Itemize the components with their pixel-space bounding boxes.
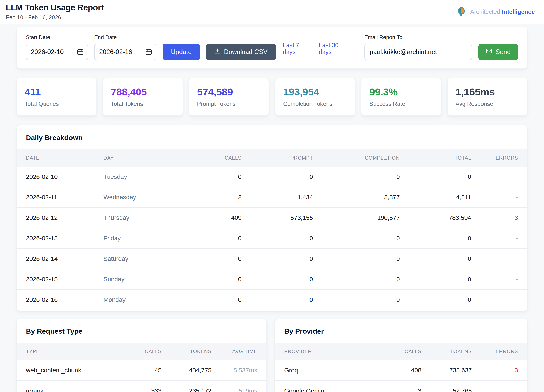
table-row: 2026-02-11Wednesday21,4343,3774,811-	[17, 187, 527, 208]
start-date-group: Start Date	[26, 34, 88, 60]
cell-errors: -	[476, 228, 527, 248]
stat-success-rate: 99.3% Success Rate	[361, 78, 441, 116]
table-row: rerank333235,172519ms	[17, 380, 266, 392]
cell-errors: -	[476, 269, 527, 289]
column-header: CALLS	[381, 343, 426, 360]
cell-completion: 0	[318, 248, 405, 269]
page-title: LLM Token Usage Report	[6, 3, 104, 12]
table-row: 2026-02-13Friday0000-	[17, 228, 527, 248]
column-header: TYPE	[17, 343, 122, 360]
email-report-label: Email Report To	[364, 34, 472, 40]
cell-day: Wednesday	[98, 187, 185, 208]
cell-completion: 3,377	[318, 187, 405, 208]
cell-completion: 0	[318, 269, 405, 289]
cell-type: rerank	[17, 380, 122, 392]
send-button[interactable]: Send	[478, 44, 518, 60]
calendar-icon[interactable]	[77, 48, 84, 56]
cell-day: Saturday	[98, 248, 185, 269]
cell-calls: 0	[185, 167, 247, 187]
calendar-icon[interactable]	[145, 48, 152, 56]
cell-completion: 0	[318, 289, 405, 310]
update-button[interactable]: Update	[163, 44, 200, 60]
column-header: PROVIDER	[275, 343, 381, 360]
cell-day: Tuesday	[98, 167, 185, 187]
brand-name-light: Architected	[470, 8, 500, 15]
stat-label: Completion Tokens	[283, 101, 347, 107]
table-row: Groq408735,6373	[275, 360, 527, 380]
cell-prompt: 1,434	[247, 187, 318, 208]
brand-name: ArchitectedIntelligence	[470, 8, 535, 15]
brand-name-bold: Intelligence	[502, 8, 535, 15]
cell-calls: 408	[381, 360, 426, 380]
cell-calls: 0	[185, 248, 247, 269]
stat-total-queries: 411 Total Queries	[17, 78, 96, 116]
brand: ArchitectedIntelligence	[457, 6, 536, 17]
stat-value: 1,165ms	[455, 86, 519, 98]
column-header: CALLS	[122, 343, 166, 360]
cell-total: 783,594	[405, 208, 476, 228]
cell-tokens: 735,637	[426, 360, 477, 380]
stat-total-tokens: 788,405 Total Tokens	[103, 78, 183, 116]
column-header: COMPLETION	[318, 149, 405, 167]
section-title: Daily Breakdown	[17, 125, 527, 149]
download-csv-button[interactable]: Download CSV	[206, 44, 276, 60]
column-header: TOKENS	[426, 343, 477, 360]
download-csv-label: Download CSV	[224, 48, 267, 56]
cell-completion: 190,577	[318, 208, 405, 228]
cell-errors: -	[477, 380, 527, 392]
table-row: 2026-02-16Monday0000-	[17, 289, 527, 310]
email-input[interactable]	[364, 44, 472, 60]
column-header: ERRORS	[476, 149, 527, 167]
cell-day: Friday	[98, 228, 185, 248]
provider-table: PROVIDERCALLSTOKENSERRORSGroq408735,6373…	[275, 343, 527, 392]
content: Start Date End Date Update Download C	[0, 24, 544, 392]
cell-calls: 0	[185, 228, 247, 248]
request-type-table: TYPECALLSTOKENSAVG TIMEweb_content_chunk…	[17, 343, 266, 392]
stats-row: 411 Total Queries 788,405 Total Tokens 5…	[17, 78, 527, 116]
by-provider-section: By Provider PROVIDERCALLSTOKENSERRORSGro…	[275, 319, 527, 392]
cell-completion: 0	[318, 167, 405, 187]
table-row: 2026-02-10Tuesday0000-	[17, 167, 527, 187]
stat-value: 788,405	[111, 86, 175, 98]
cell-tokens: 235,172	[166, 380, 217, 392]
cell-errors: -	[476, 248, 527, 269]
cell-date: 2026-02-16	[17, 289, 98, 310]
cell-calls: 3	[381, 380, 426, 392]
last-7-days-link[interactable]: Last 7 days	[283, 42, 313, 55]
table-row: web_content_chunk45434,7755,537ms	[17, 360, 266, 380]
stat-value: 99.3%	[369, 86, 433, 98]
cell-errors: -	[476, 289, 527, 310]
stat-value: 411	[25, 86, 89, 98]
cell-prompt: 0	[247, 167, 318, 187]
cell-provider: Groq	[275, 360, 381, 380]
cell-date: 2026-02-12	[17, 208, 98, 228]
cell-prompt: 0	[247, 289, 318, 310]
brand-logo-icon	[457, 6, 467, 17]
stat-label: Prompt Tokens	[197, 101, 261, 107]
end-date-group: End Date	[94, 34, 156, 60]
stat-value: 574,589	[197, 86, 261, 98]
column-header: ERRORS	[477, 343, 527, 360]
stat-completion-tokens: 193,954 Completion Tokens	[275, 78, 355, 116]
stat-prompt-tokens: 574,589 Prompt Tokens	[189, 78, 269, 116]
daily-breakdown-table: DATEDAYCALLSPROMPTCOMPLETIONTOTALERRORS2…	[17, 149, 527, 310]
cell-provider: Google Gemini	[275, 380, 381, 392]
column-header: TOKENS	[166, 343, 217, 360]
cell-avg_time: 519ms	[217, 380, 266, 392]
table-header-row: TYPECALLSTOKENSAVG TIME	[17, 343, 266, 360]
last-30-days-link[interactable]: Last 30 days	[319, 42, 352, 55]
report-controls: Start Date End Date Update Download C	[17, 27, 527, 69]
cell-errors: -	[476, 187, 527, 208]
end-date-label: End Date	[94, 34, 156, 40]
cell-prompt: 573,155	[247, 208, 318, 228]
table-header-row: PROVIDERCALLSTOKENSERRORS	[275, 343, 527, 360]
table-row: 2026-02-14Saturday0000-	[17, 248, 527, 269]
cell-date: 2026-02-15	[17, 269, 98, 289]
cell-day: Monday	[98, 289, 185, 310]
cell-total: 0	[405, 167, 476, 187]
cell-total: 0	[405, 269, 476, 289]
cell-prompt: 0	[247, 248, 318, 269]
cell-calls: 2	[185, 187, 247, 208]
cell-type: web_content_chunk	[17, 360, 122, 380]
stat-avg-response: 1,165ms Avg Response	[448, 78, 527, 116]
